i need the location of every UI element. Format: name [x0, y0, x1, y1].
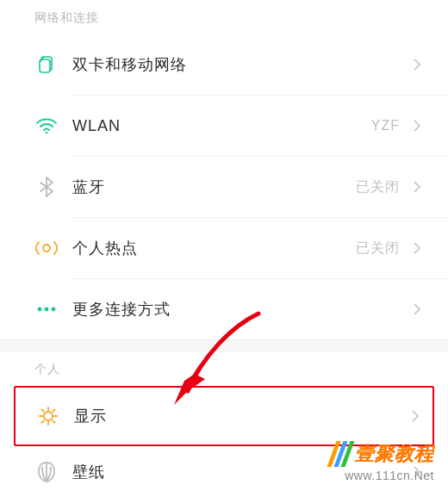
- wallpaper-icon: [29, 461, 64, 483]
- item-label: 个人热点: [64, 238, 356, 258]
- item-value: 已关闭: [356, 178, 412, 196]
- svg-point-7: [44, 412, 53, 420]
- settings-list-network: 双卡和移动网络 WLAN YZF: [0, 34, 448, 339]
- item-wallpaper[interactable]: 壁纸: [0, 446, 448, 491]
- item-more-connections[interactable]: 更多连接方式: [0, 279, 448, 339]
- svg-point-3: [43, 245, 50, 252]
- more-icon: [29, 306, 64, 313]
- item-bluetooth[interactable]: 蓝牙 已关闭: [0, 157, 448, 217]
- chevron-right-icon: [412, 59, 422, 70]
- item-label: 双卡和移动网络: [64, 54, 400, 75]
- item-display[interactable]: 显示: [16, 388, 432, 444]
- chevron-right-icon: [412, 121, 422, 131]
- item-value: 已关闭: [356, 239, 412, 258]
- chevron-right-icon: [412, 304, 422, 314]
- section-gap: [0, 339, 448, 351]
- svg-point-5: [45, 308, 49, 312]
- section-header-network: 网络和连接: [0, 0, 448, 34]
- settings-screen: 网络和连接 双卡和移动网络: [0, 0, 448, 491]
- item-label: 蓝牙: [64, 177, 356, 197]
- item-wlan[interactable]: WLAN YZF: [0, 96, 448, 156]
- highlight-annotation: 显示: [14, 386, 434, 446]
- wifi-icon: [29, 115, 64, 136]
- item-label: WLAN: [64, 117, 371, 135]
- settings-list-personal: 显示 壁纸: [0, 386, 448, 491]
- item-dual-sim[interactable]: 双卡和移动网络: [0, 34, 448, 95]
- chevron-right-icon: [412, 467, 422, 477]
- hotspot-icon: [29, 239, 64, 257]
- item-hotspot[interactable]: 个人热点 已关闭: [0, 218, 448, 278]
- bluetooth-icon: [29, 176, 64, 198]
- chevron-right-icon: [412, 182, 422, 192]
- display-icon: [31, 406, 65, 426]
- svg-point-6: [52, 308, 56, 312]
- item-label: 壁纸: [64, 462, 400, 482]
- section-header-personal: 个人: [0, 351, 448, 386]
- dual-sim-icon: [29, 54, 64, 75]
- chevron-right-icon: [412, 243, 422, 253]
- item-label: 更多连接方式: [64, 299, 400, 320]
- svg-point-4: [38, 308, 42, 312]
- item-value: YZF: [371, 118, 412, 134]
- chevron-right-icon: [410, 411, 420, 421]
- svg-point-2: [46, 132, 48, 134]
- item-label: 显示: [65, 406, 398, 426]
